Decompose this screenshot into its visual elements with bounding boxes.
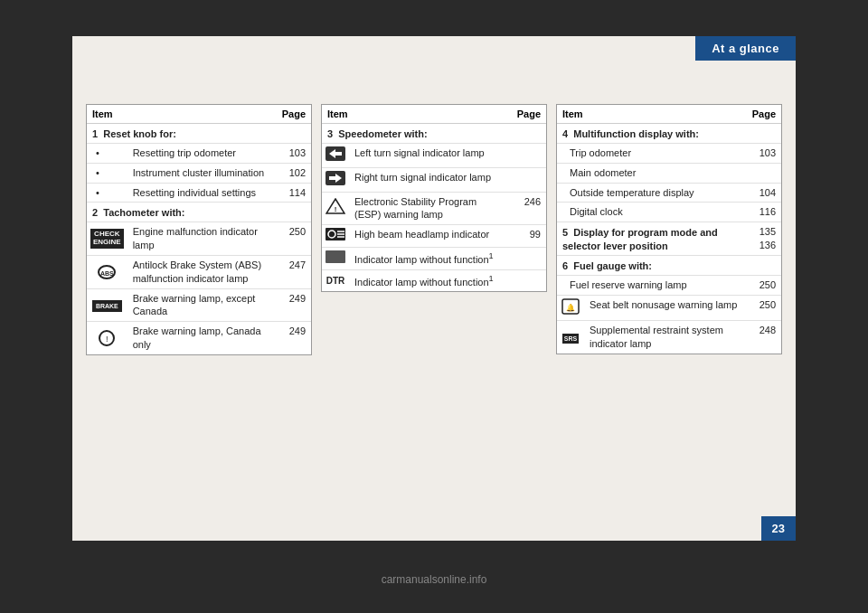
table-row: 2 Tachometer with: [87,203,311,222]
high-beam-icon [326,228,345,240]
svg-text:!: ! [335,205,337,213]
seatbelt-icon: 🔔 [561,298,580,315]
table-row: CHECKENGINE Engine malfunction indicator… [87,222,311,256]
esp-warning-icon: ! [326,198,345,214]
table-row: Indicator lamp without function1 [322,248,546,270]
left-turn-icon [326,146,345,161]
table1-item-header: Item [87,105,275,124]
table-row: Outside temperature display 104 [557,183,781,203]
table-row: DTR Indicator lamp without function1 [322,269,546,291]
table-row: 6 Fuel gauge with: [557,255,781,275]
table3: Item Page 4 Multifunction display with: … [556,104,782,354]
table-row: High beam headlamp indicator 99 [322,225,546,248]
watermark: carmanualsonline.info [382,573,487,586]
section-title: At a glance [712,42,779,55]
abs-icon: ABS [98,265,116,279]
table-row: ABS Antilock Brake System (ABS) malfunct… [87,255,311,288]
page-container: At a glance 23 Item Page 1 Reset kn [0,0,868,613]
table-row: Trip odometer 103 [557,143,781,163]
svg-rect-13 [326,250,345,263]
table3-page-header: Page [745,105,781,124]
table-row: Digital clock 116 [557,203,781,222]
table-row: BRAKE Brake warning lamp, except Canada … [87,288,311,322]
table-row: 5 Display for program mode and selector … [557,222,781,256]
svg-rect-5 [329,176,335,180]
svg-rect-2 [335,152,342,156]
table-row: ! Brake warning lamp, Canada only 249 [87,322,311,354]
srs-icon: SRS [562,334,579,344]
dtr-icon: DTR [326,276,345,286]
brake-circle-icon: ! [99,330,115,346]
section-header-tab: At a glance [695,36,796,61]
table3-item-header: Item [557,105,745,124]
table-row: ! Electronic Stability Program (ESP) war… [322,192,546,225]
svg-text:🔔: 🔔 [566,303,575,312]
page-number: 23 [761,516,796,541]
table-row: SRS Supplemental restraint system indica… [557,321,781,354]
table-row: 4 Multifunction display with: [557,124,781,144]
table1-page-header: Page [275,105,311,124]
table1: Item Page 1 Reset knob for: • Resetti [86,104,312,355]
brake-icon: BRAKE [92,300,122,312]
table2-page-header: Page [510,105,546,124]
table-row: • Resetting individual settings 114 [87,183,311,203]
table-row: Right turn signal indicator lamp [322,167,546,192]
check-engine-icon: CHECKENGINE [90,229,124,249]
table2: Item Page 3 Speedometer with: [321,104,547,292]
table-row: Fuel reserve warning lamp 250 [557,275,781,295]
indicator-lamp-icon [326,250,345,263]
table-row: 1 Reset knob for: [87,124,311,144]
table-row: • Instrument cluster illumination 102 [87,163,311,183]
table-row: Main odometer [557,163,781,183]
table-row: • Resetting trip odometer 103 [87,143,311,163]
right-turn-icon [326,171,345,185]
table-row: 🔔 Seat belt nonusage warning lamp 250 [557,295,781,321]
table-row: Left turn signal indicator lamp [322,143,546,167]
table-row: 3 Speedometer with: [322,124,546,144]
table2-item-header: Item [322,105,510,124]
tables-container: Item Page 1 Reset knob for: • Resetti [86,104,782,355]
